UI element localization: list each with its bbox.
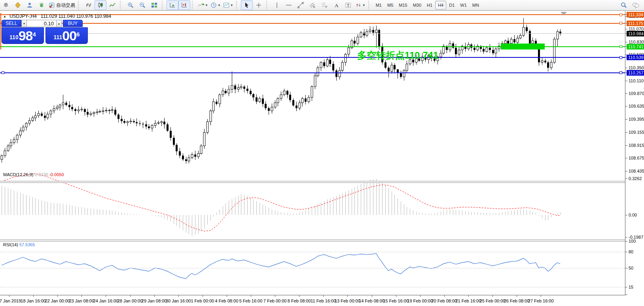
price-tick: [625, 132, 627, 133]
resistance-line-2[interactable]: [0, 23, 625, 24]
chart-shift-icon: [181, 2, 188, 8]
bar-chart-button[interactable]: [83, 0, 95, 10]
timeframe-h1-button[interactable]: H1: [424, 1, 435, 10]
time-tick-label: 15 Feb 16:00: [383, 298, 409, 303]
price-tick: [625, 158, 627, 158]
line-drag-handle[interactable]: [619, 56, 622, 59]
line-drag-handle[interactable]: [619, 45, 622, 48]
signals-button[interactable]: [36, 0, 47, 10]
svg-text:A: A: [335, 2, 339, 8]
buy-price-display[interactable]: 111006: [45, 27, 88, 44]
bar-chart-icon: [85, 2, 92, 8]
zoom-out-button[interactable]: [136, 0, 148, 10]
support-line-2[interactable]: [0, 72, 625, 73]
support-line-1[interactable]: [0, 57, 625, 58]
line-drag-handle[interactable]: [2, 71, 4, 74]
line-drag-handle[interactable]: [619, 13, 622, 16]
arrows-button[interactable]: ▼: [354, 0, 367, 10]
time-tick-label: 21 Feb 16:00: [455, 298, 481, 303]
crosshair-button[interactable]: [253, 0, 265, 10]
chevron-down-icon[interactable]: ▼: [230, 4, 233, 7]
price-tick-label: 109.635: [629, 104, 644, 108]
sell-price-point: 4: [33, 27, 36, 42]
pivot-annotation-text[interactable]: 多空转折点110.741: [357, 49, 438, 62]
pane-separator-rsi[interactable]: [0, 239, 625, 241]
chart-shift-marker[interactable]: [561, 12, 567, 15]
text-label-button[interactable]: T: [342, 0, 354, 10]
line-drag-handle[interactable]: [619, 71, 622, 74]
price-tick: [625, 106, 627, 106]
chevron-down-icon[interactable]: ▼: [362, 4, 366, 7]
pane-separator-macd[interactable]: [0, 181, 625, 183]
toolbar-separator: [236, 1, 240, 10]
tile-windows-button[interactable]: [148, 0, 160, 10]
market-watch-button[interactable]: [12, 0, 24, 10]
time-tick-label: 18 Jan 16:00: [21, 298, 46, 303]
candlestick-chart-button[interactable]: [95, 0, 106, 10]
text-button[interactable]: A: [330, 0, 342, 10]
timeframe-w1-button[interactable]: W1: [457, 1, 470, 10]
chevron-down-icon[interactable]: ▼: [205, 4, 208, 7]
chevron-down-icon[interactable]: ▼: [218, 4, 221, 7]
timeframe-m5-button[interactable]: M5: [385, 1, 396, 10]
price-chart-canvas[interactable]: [0, 11, 625, 295]
volume-input[interactable]: [27, 20, 56, 27]
autotrading-label: 自动交易: [56, 2, 75, 9]
timeframe-d1-button[interactable]: D1: [446, 1, 457, 10]
toolbar-separator: [78, 1, 81, 10]
sell-price-display[interactable]: 110984: [2, 27, 44, 44]
macd-axis-label: 0.00: [629, 213, 637, 217]
time-tick-label: 25 Feb 00:00: [480, 298, 506, 303]
indicators-button[interactable]: ▼: [197, 0, 209, 10]
one-click-panel-toggle-icon[interactable]: ▲: [3, 15, 6, 18]
autotrading-button[interactable]: 自动交易: [47, 0, 76, 10]
trendline-button[interactable]: [295, 0, 307, 10]
sell-price-handle: 110: [9, 32, 19, 42]
timeframe-h4-button[interactable]: H4: [435, 1, 446, 10]
ohlc-low: 110.976: [76, 13, 93, 19]
navigator-icon: [27, 2, 33, 8]
time-tick-label: 22 Jan 00:00: [45, 298, 70, 303]
new-order-button[interactable]: 单: [0, 0, 12, 10]
price-tick: [625, 81, 627, 81]
price-tick: [625, 93, 627, 94]
price-tick: [625, 119, 627, 120]
time-tick-label: 23 Jan 08:00: [69, 298, 94, 303]
fibonacci-button[interactable]: F: [318, 0, 330, 10]
chart-window[interactable]: 多空转折点110.741 ▲ USDJPY-,H4 111.029 111.04…: [0, 11, 644, 306]
volume-decrease-button[interactable]: ▼: [21, 20, 27, 27]
line-drag-handle[interactable]: [619, 22, 622, 25]
buy-price-point: 6: [76, 27, 80, 42]
periods-button[interactable]: ▼: [209, 0, 222, 10]
time-tick: [347, 295, 348, 297]
svg-text:T: T: [347, 3, 349, 8]
buy-price-pips: 00: [62, 29, 76, 42]
price-axis[interactable]: 111.305111.070110.830110.590110.350110.1…: [625, 11, 644, 295]
templates-button[interactable]: ▼: [222, 0, 235, 10]
rsi-level-line: [0, 287, 625, 287]
sell-button[interactable]: SELL: [2, 20, 21, 27]
horizontal-line-button[interactable]: [283, 0, 295, 10]
signals-icon: [38, 2, 45, 8]
timeframe-m30-button[interactable]: M30: [410, 1, 424, 10]
auto-scroll-button[interactable]: [167, 0, 178, 10]
timeframe-mn-button[interactable]: MN: [470, 1, 482, 10]
cursor-button[interactable]: [241, 0, 253, 10]
navigator-button[interactable]: [24, 0, 36, 10]
chart-shift-button[interactable]: [178, 0, 190, 10]
line-chart-button[interactable]: [106, 0, 118, 10]
chat-button[interactable]: [630, 0, 642, 10]
equidistant-channel-button[interactable]: E: [307, 0, 318, 10]
timeframe-m15-button[interactable]: M15: [396, 1, 410, 10]
time-tick: [33, 295, 34, 297]
volume-increase-button[interactable]: ▲: [56, 20, 62, 27]
search-button[interactable]: [618, 0, 630, 10]
pivot-zone-rectangle[interactable]: [501, 44, 545, 49]
time-tick-label: 11 Feb 16:00: [311, 298, 336, 303]
vertical-line-button[interactable]: [271, 0, 283, 10]
current-price-line[interactable]: [0, 33, 625, 34]
time-axis[interactable]: 17 Jan 201918 Jan 16:0022 Jan 00:0023 Ja…: [0, 295, 644, 306]
timeframe-m1-button[interactable]: M1: [373, 1, 385, 10]
buy-button[interactable]: BUY: [63, 20, 83, 27]
zoom-in-button[interactable]: [125, 0, 136, 10]
